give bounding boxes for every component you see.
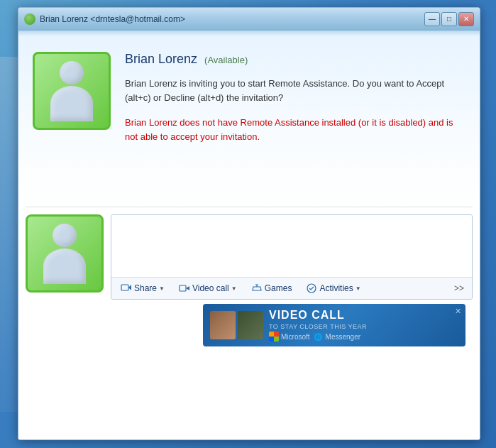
- user-name-row: Brian Lorenz (Available): [125, 52, 465, 67]
- maximize-button[interactable]: □: [441, 12, 457, 26]
- avatar-figure: [47, 61, 97, 121]
- bottom-avatar-body: [43, 248, 86, 283]
- minimize-button[interactable]: —: [424, 12, 440, 26]
- avatar-body: [50, 86, 93, 121]
- ad-subtitle: TO STAY CLOSER THIS YEAR: [269, 323, 458, 330]
- ad-text-area: VIDEO CALL TO STAY CLOSER THIS YEAR Micr…: [269, 309, 458, 342]
- microsoft-logo-icon: [269, 332, 279, 342]
- more-button[interactable]: >>: [451, 282, 468, 295]
- ad-logo-separator: 🌐: [314, 333, 322, 341]
- activities-chevron: ▼: [356, 285, 361, 292]
- share-icon: [121, 283, 132, 294]
- share-label: Share: [134, 283, 157, 293]
- user-name: Brian Lorenz: [125, 52, 197, 67]
- title-bar: Brian Lorenz <drntesla@hotmail.com> — □ …: [18, 8, 480, 31]
- top-gradient-strip: [18, 31, 480, 36]
- chat-input[interactable]: [111, 215, 472, 277]
- ad-photos: [210, 311, 263, 339]
- share-button[interactable]: Share ▼: [116, 280, 170, 296]
- ad-logo-text: Microsoft: [281, 333, 310, 341]
- chat-panel: Share ▼ Video call: [111, 214, 473, 352]
- close-button[interactable]: ✕: [458, 12, 474, 26]
- games-button[interactable]: Games: [246, 280, 297, 296]
- bottom-avatar-head: [53, 224, 77, 248]
- share-chevron: ▼: [159, 285, 165, 292]
- video-call-button[interactable]: Video call ▼: [174, 280, 242, 296]
- ad-banner: ✕ VIDEO CALL TO STAY CLOSER THIS YEAR Mi…: [203, 304, 465, 346]
- bottom-avatar-figure: [40, 224, 89, 284]
- games-icon: [251, 283, 263, 294]
- invitation-text: Brian Lorenz is inviting you to start Re…: [125, 77, 465, 104]
- activities-icon: [306, 283, 317, 294]
- window-title: Brian Lorenz <drntesla@hotmail.com>: [40, 14, 424, 24]
- avatar: [33, 52, 111, 130]
- video-call-icon: [179, 283, 190, 294]
- svg-point-4: [307, 284, 316, 293]
- bottom-avatar: [26, 214, 104, 293]
- toolbar: Share ▼ Video call: [111, 277, 472, 299]
- window-controls: — □ ✕: [424, 12, 474, 26]
- profile-section: Brian Lorenz (Available) Brian Lorenz is…: [18, 36, 480, 207]
- app-icon: [24, 13, 35, 25]
- window-content: Brian Lorenz (Available) Brian Lorenz is…: [18, 31, 480, 439]
- avatar-head: [60, 61, 84, 85]
- svg-rect-0: [121, 285, 128, 290]
- ad-title: VIDEO CALL: [269, 309, 458, 322]
- video-chevron: ▼: [231, 285, 237, 292]
- bottom-section: Share ▼ Video call: [18, 207, 480, 439]
- ad-photo-2: [238, 311, 263, 339]
- games-label: Games: [265, 283, 292, 293]
- ad-messenger-text: Messenger: [326, 333, 360, 341]
- error-text: Brian Lorenz does not have Remote Assist…: [125, 116, 465, 143]
- svg-rect-1: [180, 285, 186, 291]
- activities-label: Activities: [319, 283, 353, 293]
- user-info: Brian Lorenz (Available) Brian Lorenz is…: [125, 49, 465, 143]
- ad-photo-1: [210, 311, 236, 339]
- activities-button[interactable]: Activities ▼: [301, 280, 365, 296]
- ad-logo: Microsoft 🌐 Messenger: [269, 332, 458, 342]
- video-call-label: Video call: [192, 283, 229, 293]
- chat-area: Share ▼ Video call: [111, 214, 473, 300]
- main-window: Brian Lorenz <drntesla@hotmail.com> — □ …: [18, 7, 480, 440]
- ad-close-button[interactable]: ✕: [455, 307, 461, 316]
- user-status: (Available): [204, 55, 248, 65]
